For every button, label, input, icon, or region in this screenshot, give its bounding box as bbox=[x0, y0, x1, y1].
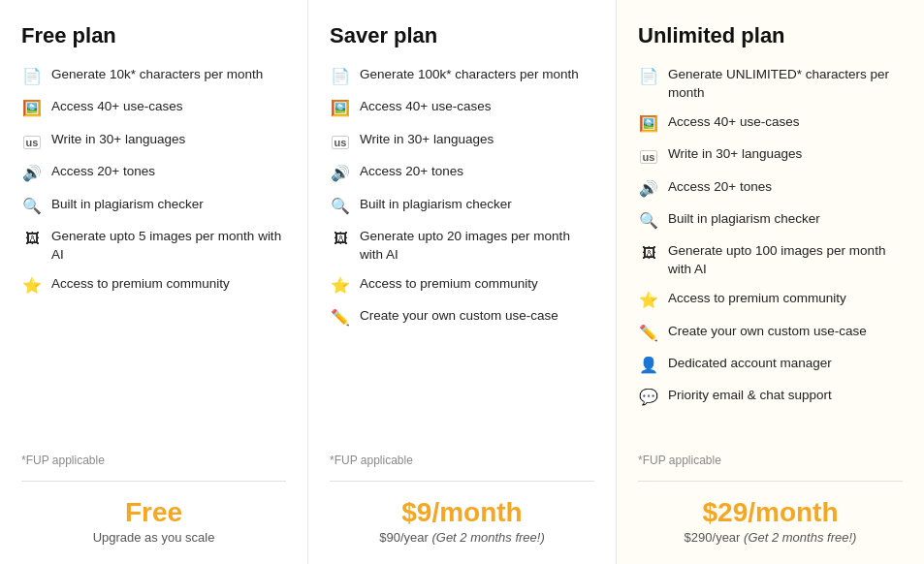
feature-icon: 🔊 bbox=[638, 178, 659, 200]
list-item: 🔊Access 20+ tones bbox=[638, 178, 903, 200]
fup-note: *FUP applicable bbox=[330, 454, 594, 467]
feature-text: Access 40+ use-cases bbox=[360, 98, 491, 116]
feature-icon: ⭐ bbox=[21, 275, 43, 297]
feature-text: Built in plagiarism checker bbox=[668, 210, 820, 229]
list-item: 🖼Generate upto 20 images per month with … bbox=[330, 228, 594, 265]
feature-text: Access 40+ use-cases bbox=[668, 113, 799, 132]
features-list-free: 📄Generate 10k* characters per month🖼️Acc… bbox=[21, 66, 286, 446]
list-item: usWrite in 30+ languages bbox=[21, 131, 286, 152]
feature-text: Access 40+ use-cases bbox=[51, 98, 182, 116]
fup-note: *FUP applicable bbox=[638, 454, 903, 467]
feature-text: Access to premium community bbox=[668, 290, 846, 308]
feature-text: Priority email & chat support bbox=[668, 387, 832, 405]
plan-title-unlimited: Unlimited plan bbox=[638, 23, 903, 48]
features-list-saver: 📄Generate 100k* characters per month🖼️Ac… bbox=[330, 66, 594, 446]
plan-footer-saver: $9/month$90/year (Get 2 months free!) bbox=[330, 481, 594, 545]
feature-text: Write in 30+ languages bbox=[51, 131, 185, 149]
feature-icon: us bbox=[330, 131, 351, 152]
feature-icon: 📄 bbox=[21, 66, 43, 87]
plan-saver: Saver plan📄Generate 100k* characters per… bbox=[308, 0, 617, 564]
list-item: 📄Generate UNLIMITED* characters per mont… bbox=[638, 66, 903, 103]
feature-text: Generate upto 100 images per month with … bbox=[668, 242, 903, 279]
list-item: 📄Generate 100k* characters per month bbox=[330, 66, 594, 87]
feature-text: Generate upto 5 images per month with AI bbox=[51, 228, 286, 265]
list-item: ✏️Create your own custom use-case bbox=[638, 323, 903, 344]
list-item: ✏️Create your own custom use-case bbox=[330, 307, 594, 329]
feature-icon: 🖼 bbox=[638, 242, 659, 264]
feature-icon: 🖼 bbox=[21, 228, 43, 249]
feature-text: Write in 30+ languages bbox=[668, 145, 802, 164]
feature-icon: 👤 bbox=[638, 355, 659, 376]
plan-title-free: Free plan bbox=[21, 23, 286, 48]
feature-icon: 💬 bbox=[638, 387, 659, 408]
feature-text: Generate 10k* characters per month bbox=[51, 66, 263, 84]
list-item: 👤Dedicated account manager bbox=[638, 355, 903, 376]
price-sub: $290/year (Get 2 months free!) bbox=[638, 530, 903, 545]
plans-container: Free plan📄Generate 10k* characters per m… bbox=[0, 0, 924, 564]
list-item: 🖼️Access 40+ use-cases bbox=[330, 98, 594, 119]
fup-note: *FUP applicable bbox=[21, 454, 286, 467]
price-sub: $90/year (Get 2 months free!) bbox=[330, 530, 594, 545]
price-main: Free bbox=[21, 497, 286, 528]
list-item: usWrite in 30+ languages bbox=[330, 131, 594, 152]
feature-text: Built in plagiarism checker bbox=[51, 196, 204, 214]
list-item: 🖼️Access 40+ use-cases bbox=[638, 113, 903, 135]
feature-icon: 🖼️ bbox=[21, 98, 43, 119]
plan-title-saver: Saver plan bbox=[330, 23, 594, 48]
feature-icon: 📄 bbox=[330, 66, 351, 87]
price-main: $9/month bbox=[330, 497, 594, 528]
feature-icon: ⭐ bbox=[330, 275, 351, 297]
list-item: 🔍Built in plagiarism checker bbox=[638, 210, 903, 232]
feature-icon: 🔍 bbox=[330, 196, 351, 217]
feature-text: Built in plagiarism checker bbox=[360, 196, 512, 214]
feature-text: Access 20+ tones bbox=[360, 163, 463, 181]
plan-footer-free: FreeUpgrade as you scale bbox=[21, 481, 286, 545]
list-item: 📄Generate 10k* characters per month bbox=[21, 66, 286, 87]
feature-text: Access to premium community bbox=[51, 275, 230, 294]
feature-text: Access 20+ tones bbox=[51, 163, 155, 181]
list-item: 🔍Built in plagiarism checker bbox=[330, 196, 594, 217]
feature-icon: 📄 bbox=[638, 66, 659, 87]
price-sub: Upgrade as you scale bbox=[21, 530, 286, 545]
price-main: $29/month bbox=[638, 497, 903, 528]
feature-icon: ✏️ bbox=[638, 323, 659, 344]
feature-text: Create your own custom use-case bbox=[360, 307, 558, 326]
list-item: usWrite in 30+ languages bbox=[638, 145, 903, 167]
feature-text: Access 20+ tones bbox=[668, 178, 772, 197]
list-item: ⭐Access to premium community bbox=[330, 275, 594, 297]
plan-footer-unlimited: $29/month$290/year (Get 2 months free!) bbox=[638, 481, 903, 545]
features-list-unlimited: 📄Generate UNLIMITED* characters per mont… bbox=[638, 66, 903, 446]
feature-icon: 🔍 bbox=[638, 210, 659, 232]
feature-icon: 🖼️ bbox=[638, 113, 659, 135]
feature-icon: 🔍 bbox=[21, 196, 43, 217]
list-item: 🔍Built in plagiarism checker bbox=[21, 196, 286, 217]
feature-icon: 🔊 bbox=[330, 163, 351, 184]
feature-icon: 🔊 bbox=[21, 163, 43, 184]
feature-text: Dedicated account manager bbox=[668, 355, 832, 373]
list-item: 🔊Access 20+ tones bbox=[330, 163, 594, 184]
feature-text: Generate upto 20 images per month with A… bbox=[360, 228, 594, 265]
list-item: 🖼Generate upto 5 images per month with A… bbox=[21, 228, 286, 265]
feature-text: Generate UNLIMITED* characters per month bbox=[668, 66, 903, 103]
feature-icon: 🖼️ bbox=[330, 98, 351, 119]
feature-icon: us bbox=[638, 145, 659, 167]
list-item: ⭐Access to premium community bbox=[21, 275, 286, 297]
list-item: 🔊Access 20+ tones bbox=[21, 163, 286, 184]
feature-icon: ✏️ bbox=[330, 307, 351, 329]
plan-free: Free plan📄Generate 10k* characters per m… bbox=[0, 0, 308, 564]
feature-text: Write in 30+ languages bbox=[360, 131, 494, 149]
list-item: 🖼Generate upto 100 images per month with… bbox=[638, 242, 903, 279]
list-item: 🖼️Access 40+ use-cases bbox=[21, 98, 286, 119]
feature-icon: ⭐ bbox=[638, 290, 659, 311]
list-item: 💬Priority email & chat support bbox=[638, 387, 903, 408]
feature-icon: us bbox=[21, 131, 43, 152]
feature-text: Create your own custom use-case bbox=[668, 323, 867, 341]
feature-text: Access to premium community bbox=[360, 275, 538, 294]
list-item: ⭐Access to premium community bbox=[638, 290, 903, 311]
feature-icon: 🖼 bbox=[330, 228, 351, 249]
feature-text: Generate 100k* characters per month bbox=[360, 66, 579, 84]
plan-unlimited: Unlimited plan📄Generate UNLIMITED* chara… bbox=[617, 0, 924, 564]
